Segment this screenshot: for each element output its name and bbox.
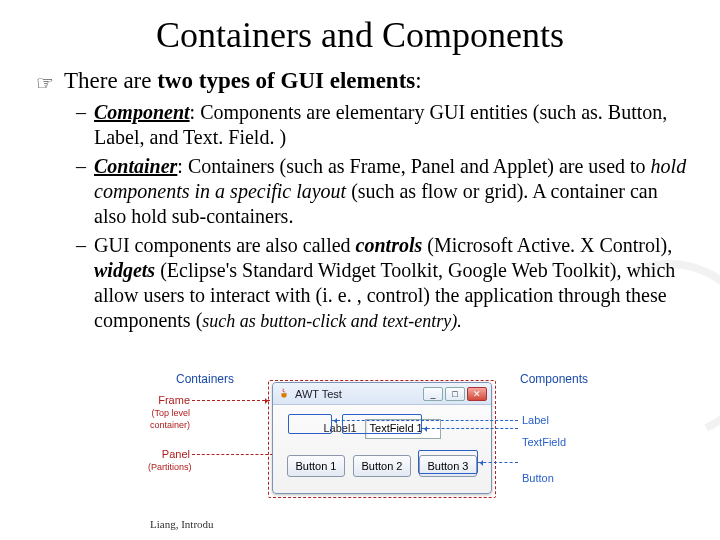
main-bullet-text: There are two types of GUI elements: [64,68,422,94]
java-cup-icon [277,387,291,401]
frame-sublabel: (Top level container) [150,408,190,430]
diagram-header-components: Components [520,372,588,386]
dash-icon: – [76,100,94,150]
containers-components-diagram: Containers Components Frame (Top level c… [160,376,600,516]
sub-body: Component: Components are elementary GUI… [94,100,690,150]
diagram-header-containers: Containers [176,372,234,386]
dash-icon: – [76,233,94,333]
awt-window: AWT Test _ □ ✕ Label1 TextField 1 Button… [272,382,492,494]
sub-bullet-list: – Component: Components are elementary G… [76,100,690,333]
arrow-textfield [422,428,518,429]
term-container: Container [94,155,177,177]
frame-label: Frame (Top level container) [124,394,190,430]
main-bullet-tail: : [415,68,421,93]
frame-label-text: Frame [158,394,190,406]
button-callout: Button [522,472,554,484]
controls-italic-1: controls [356,234,423,256]
textfield-highlight-box [342,414,422,434]
sub-item-container: – Container: Containers (such as Frame, … [76,154,690,229]
arrow-label [332,420,518,421]
controls-small-italic: such as button-click and text-entry). [202,311,461,331]
main-bullet-bold: two types of GUI elements [157,68,415,93]
controls-italic-2: widgets [94,259,155,281]
sub-item-component: – Component: Components are elementary G… [76,100,690,150]
panel-sublabel: (Partitions) [148,462,192,472]
controls-text-b: (Microsoft Active. X Control), [422,234,672,256]
dash-icon: – [76,154,94,229]
controls-text-a: GUI components are also called [94,234,356,256]
sub-body: GUI components are also called controls … [94,233,690,333]
main-bullet: ☞ There are two types of GUI elements: [36,68,690,94]
panel-label-text: Panel [162,448,190,460]
slide-title: Containers and Components [30,14,690,56]
main-bullet-lead: There are [64,68,157,93]
footer-citation: Liang, Introdu [150,518,214,530]
pointing-hand-icon: ☞ [36,73,54,93]
label-highlight-box [288,414,332,434]
arrow-panel [192,454,278,455]
maximize-button[interactable]: □ [445,387,465,401]
awt-button-2[interactable]: Button 2 [353,455,411,477]
arrow-frame [192,400,270,401]
sub-item-controls: – GUI components are also called control… [76,233,690,333]
awt-window-title: AWT Test [295,388,423,400]
awt-window-controls: _ □ ✕ [423,387,487,401]
term-component: Component [94,101,190,123]
label-callout: Label [522,414,549,426]
textfield-callout: TextField [522,436,566,448]
minimize-button[interactable]: _ [423,387,443,401]
awt-button-1[interactable]: Button 1 [287,455,345,477]
container-desc-a: : Containers (such as Frame, Panel and A… [177,155,650,177]
button-highlight-box [418,450,478,474]
close-button[interactable]: ✕ [467,387,487,401]
awt-titlebar: AWT Test _ □ ✕ [273,383,491,405]
slide: Containers and Components ☞ There are tw… [0,0,720,540]
arrow-button [478,462,518,463]
panel-label: Panel (Partitions) [148,448,190,472]
sub-body: Container: Containers (such as Frame, Pa… [94,154,690,229]
